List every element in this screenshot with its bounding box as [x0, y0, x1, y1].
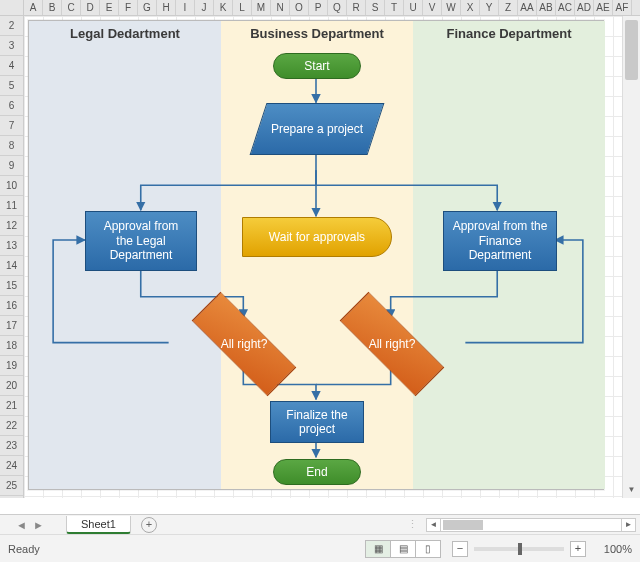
scroll-down-arrow-icon[interactable]: ▼	[623, 482, 640, 498]
column-header[interactable]: E	[100, 0, 119, 15]
shape-approval-legal[interactable]: Approval from the Legal Department	[85, 211, 197, 271]
column-header[interactable]: AD	[575, 0, 594, 15]
row-header[interactable]: 17	[0, 316, 23, 336]
plus-icon: +	[146, 518, 152, 530]
shape-label: Prepare a project	[271, 122, 363, 136]
sheet-tab-label: Sheet1	[81, 518, 116, 530]
row-header[interactable]: 25	[0, 476, 23, 496]
shape-start[interactable]: Start	[273, 53, 361, 79]
row-header[interactable]: 7	[0, 116, 23, 136]
column-header[interactable]: AC	[556, 0, 575, 15]
zoom-slider[interactable]	[474, 547, 564, 551]
column-header[interactable]: O	[290, 0, 309, 15]
row-header[interactable]: 13	[0, 236, 23, 256]
column-header[interactable]: D	[81, 0, 100, 15]
row-header[interactable]: 21	[0, 396, 23, 416]
row-header[interactable]: 3	[0, 36, 23, 56]
flowchart-container[interactable]: Legal Dedartment Business Department Fin…	[28, 20, 604, 490]
column-header[interactable]: G	[138, 0, 157, 15]
row-header[interactable]: 16	[0, 296, 23, 316]
column-header[interactable]: B	[43, 0, 62, 15]
column-header[interactable]: F	[119, 0, 138, 15]
row-header[interactable]: 8	[0, 136, 23, 156]
vertical-scroll-thumb[interactable]	[625, 20, 638, 80]
shape-decision-right[interactable]: All right?	[317, 316, 467, 372]
scroll-right-arrow-icon[interactable]: ►	[621, 519, 635, 531]
grid-cells[interactable]: Legal Dedartment Business Department Fin…	[24, 16, 622, 498]
row-header[interactable]: 6	[0, 96, 23, 116]
shape-label: All right?	[169, 316, 319, 372]
shape-wait[interactable]: Wait for approvals	[242, 217, 392, 257]
column-header[interactable]: AE	[594, 0, 613, 15]
page-break-icon: ▯	[425, 543, 431, 554]
row-header-col: 2345678910111213141516171819202122232425	[0, 16, 24, 498]
view-page-layout-button[interactable]: ▤	[390, 540, 416, 558]
column-header[interactable]: Q	[328, 0, 347, 15]
row-header[interactable]: 4	[0, 56, 23, 76]
column-header[interactable]: AA	[518, 0, 537, 15]
row-header[interactable]: 19	[0, 356, 23, 376]
column-header[interactable]: Z	[499, 0, 518, 15]
column-header[interactable]: AB	[537, 0, 556, 15]
column-header[interactable]: AF	[613, 0, 632, 15]
column-header[interactable]: M	[252, 0, 271, 15]
zoom-out-button[interactable]: −	[452, 541, 468, 557]
swimlane-header-legal: Legal Dedartment	[29, 21, 221, 47]
select-all-corner[interactable]	[0, 0, 24, 15]
row-header[interactable]: 2	[0, 16, 23, 36]
column-header[interactable]: Y	[480, 0, 499, 15]
zoom-slider-thumb[interactable]	[518, 543, 522, 555]
row-header[interactable]: 22	[0, 416, 23, 436]
column-header[interactable]: U	[404, 0, 423, 15]
shape-end[interactable]: End	[273, 459, 361, 485]
column-header[interactable]: I	[176, 0, 195, 15]
column-header[interactable]: W	[442, 0, 461, 15]
shape-prepare[interactable]: Prepare a project	[250, 103, 385, 155]
status-bar: Ready ▦ ▤ ▯ − + 100%	[0, 534, 640, 562]
column-header[interactable]: C	[62, 0, 81, 15]
column-header[interactable]: V	[423, 0, 442, 15]
shape-label: Approval from the Finance Department	[452, 219, 548, 262]
view-normal-button[interactable]: ▦	[365, 540, 391, 558]
row-header[interactable]: 11	[0, 196, 23, 216]
view-page-break-button[interactable]: ▯	[415, 540, 441, 558]
scroll-left-arrow-icon[interactable]: ◄	[427, 519, 441, 531]
column-header[interactable]: P	[309, 0, 328, 15]
column-header[interactable]: K	[214, 0, 233, 15]
row-header[interactable]: 5	[0, 76, 23, 96]
row-header[interactable]: 18	[0, 336, 23, 356]
column-header[interactable]: S	[366, 0, 385, 15]
tab-nav-next-icon[interactable]: ►	[33, 519, 44, 531]
row-header[interactable]: 20	[0, 376, 23, 396]
column-header[interactable]: R	[347, 0, 366, 15]
zoom-control: − + 100%	[452, 541, 632, 557]
column-header[interactable]: L	[233, 0, 252, 15]
shape-decision-left[interactable]: All right?	[169, 316, 319, 372]
row-header[interactable]: 24	[0, 456, 23, 476]
row-header[interactable]: 15	[0, 276, 23, 296]
tab-nav-prev-icon[interactable]: ◄	[16, 519, 27, 531]
vertical-scrollbar[interactable]: ▲ ▼	[622, 16, 640, 498]
shape-finalize[interactable]: Finalize the project	[270, 401, 364, 443]
column-header[interactable]: X	[461, 0, 480, 15]
spreadsheet-grid[interactable]: Legal Dedartment Business Department Fin…	[24, 16, 622, 498]
zoom-level-label[interactable]: 100%	[592, 543, 632, 555]
row-header[interactable]: 14	[0, 256, 23, 276]
row-header[interactable]: 9	[0, 156, 23, 176]
horizontal-scrollbar[interactable]: ◄ ►	[426, 518, 636, 532]
shape-label: Wait for approvals	[269, 230, 365, 244]
row-header[interactable]: 12	[0, 216, 23, 236]
row-header[interactable]: 10	[0, 176, 23, 196]
column-header[interactable]: H	[157, 0, 176, 15]
zoom-in-button[interactable]: +	[570, 541, 586, 557]
column-header[interactable]: A	[24, 0, 43, 15]
column-header[interactable]: J	[195, 0, 214, 15]
column-header-row: ABCDEFGHIJKLMNOPQRSTUVWXYZAAABACADAEAF	[0, 0, 640, 16]
horizontal-scroll-thumb[interactable]	[443, 520, 483, 530]
row-header[interactable]: 23	[0, 436, 23, 456]
shape-approval-finance[interactable]: Approval from the Finance Department	[443, 211, 557, 271]
new-sheet-button[interactable]: +	[141, 517, 157, 533]
column-header[interactable]: N	[271, 0, 290, 15]
sheet-tab-active[interactable]: Sheet1	[66, 516, 131, 534]
column-header[interactable]: T	[385, 0, 404, 15]
